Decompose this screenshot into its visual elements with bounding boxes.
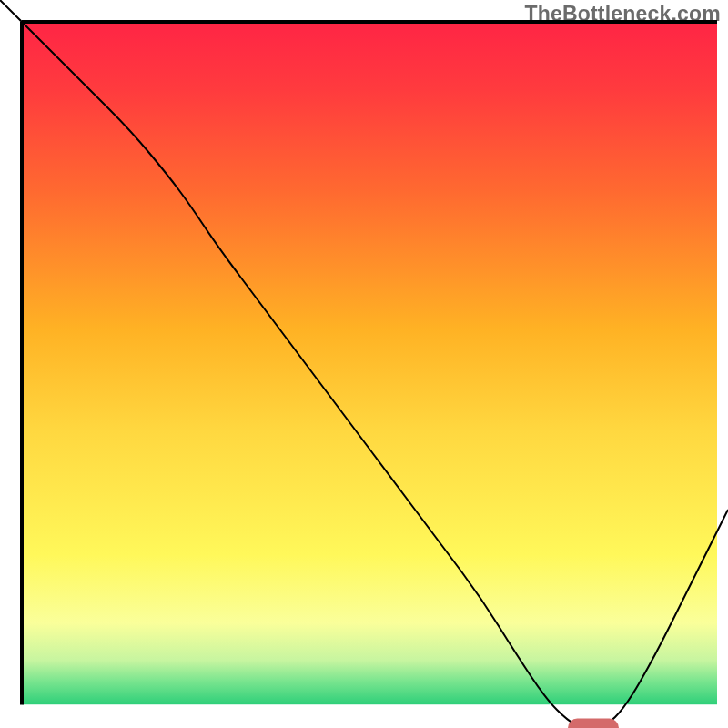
gradient-fill: [22, 22, 717, 704]
bottleneck-chart: [0, 0, 728, 728]
optimal-marker: [568, 719, 619, 728]
